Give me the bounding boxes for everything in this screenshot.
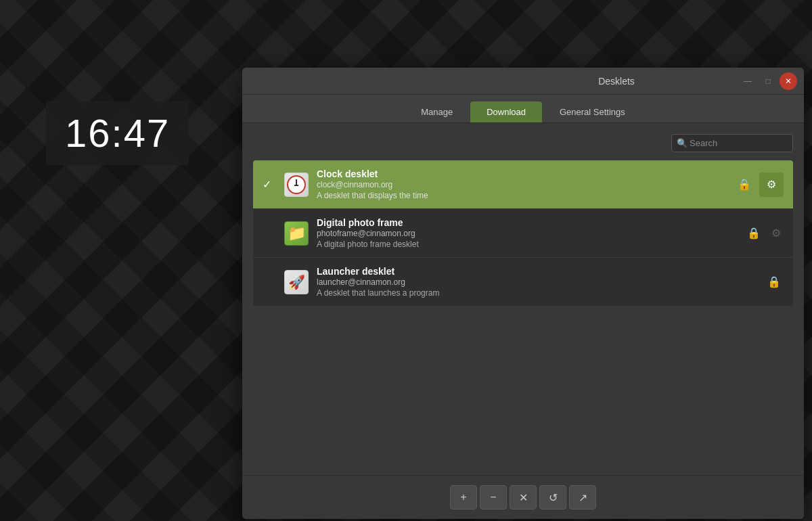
desklet-desc-photo: A digital photo frame desklet xyxy=(317,240,736,249)
search-wrapper: 🔍 xyxy=(671,134,793,152)
more-button[interactable]: ↗ xyxy=(569,485,596,509)
lock-icon-launcher: 🔒 xyxy=(765,273,784,291)
desklet-checkmark-clock: ✓ xyxy=(263,178,276,191)
clock-time: 16:47 xyxy=(65,114,170,153)
desklet-email-photo: photoframe@cinnamon.org xyxy=(317,229,736,238)
tab-bar: Manage Download General Settings xyxy=(242,95,804,123)
settings-button-clock[interactable]: ⚙ xyxy=(759,173,784,197)
remove-icon: − xyxy=(490,491,496,503)
clear-icon: ✕ xyxy=(519,491,528,504)
more-icon: ↗ xyxy=(579,491,587,504)
tab-manage[interactable]: Manage xyxy=(405,101,469,122)
desklet-email-launcher: launcher@cinnamon.org xyxy=(317,277,757,287)
desklet-icon-launcher: 🚀 xyxy=(284,270,309,294)
settings-icon-photo: ⚙ xyxy=(769,224,784,242)
clear-button[interactable]: ✕ xyxy=(510,485,537,509)
tab-download[interactable]: Download xyxy=(470,101,542,122)
clock-face-icon xyxy=(287,175,306,194)
search-input[interactable] xyxy=(671,134,793,152)
add-button[interactable]: + xyxy=(450,485,477,509)
desklet-name-clock: Clock desklet xyxy=(317,168,727,179)
folder-icon: 📁 xyxy=(288,225,306,242)
search-bar: 🔍 xyxy=(253,134,793,152)
window-title: Desklets xyxy=(494,76,739,87)
desklet-desc-launcher: A desklet that launches a program xyxy=(317,288,757,298)
desklet-item-photo[interactable]: 📁 Digital photo frame photoframe@cinnamo… xyxy=(253,209,793,258)
desklets-window: Desklets — □ ✕ Manage Download General S… xyxy=(242,68,804,519)
undo-icon: ↺ xyxy=(549,491,558,504)
desklet-item-launcher[interactable]: 🚀 Launcher desklet launcher@cinnamon.org… xyxy=(253,258,793,306)
desklet-actions-photo: 🔒 ⚙ xyxy=(744,224,784,242)
desklet-info-clock: Clock desklet clock@cinnamon.org A deskl… xyxy=(317,168,727,200)
remove-button[interactable]: − xyxy=(480,485,507,509)
close-button[interactable]: ✕ xyxy=(780,72,797,90)
desklet-icon-clock xyxy=(284,173,309,197)
desklet-desc-clock: A desklet that displays the time xyxy=(317,191,727,200)
content-area: 🔍 ✓ Clock desklet clock@cinnamon.org A d… xyxy=(242,123,804,475)
desklet-actions-clock: 🔒 ⚙ xyxy=(735,173,784,197)
titlebar: Desklets — □ ✕ xyxy=(242,68,804,95)
desklet-actions-launcher: 🔒 xyxy=(765,273,784,291)
desklet-icon-photo: 📁 xyxy=(284,221,309,246)
desklet-name-photo: Digital photo frame xyxy=(317,217,736,228)
bottom-toolbar: + − ✕ ↺ ↗ xyxy=(242,475,804,519)
launcher-icon: 🚀 xyxy=(288,274,305,290)
maximize-button[interactable]: □ xyxy=(759,72,777,90)
maximize-icon: □ xyxy=(765,76,770,86)
tab-general-settings[interactable]: General Settings xyxy=(543,101,641,122)
desklet-info-photo: Digital photo frame photoframe@cinnamon.… xyxy=(317,217,736,249)
desklet-name-launcher: Launcher desklet xyxy=(317,266,757,277)
close-icon: ✕ xyxy=(785,76,792,86)
lock-icon-photo: 🔒 xyxy=(744,224,763,242)
minimize-button[interactable]: — xyxy=(739,72,757,90)
titlebar-controls: — □ ✕ xyxy=(739,72,797,90)
undo-button[interactable]: ↺ xyxy=(539,485,566,509)
desklet-list: ✓ Clock desklet clock@cinnamon.org A des… xyxy=(253,160,793,306)
minimize-icon: — xyxy=(744,76,752,86)
desklet-info-launcher: Launcher desklet launcher@cinnamon.org A… xyxy=(317,266,757,298)
desklet-email-clock: clock@cinnamon.org xyxy=(317,180,727,189)
lock-icon-clock: 🔒 xyxy=(735,175,754,194)
search-icon: 🔍 xyxy=(677,138,687,148)
desklet-item-clock[interactable]: ✓ Clock desklet clock@cinnamon.org A des… xyxy=(253,160,793,209)
add-icon: + xyxy=(460,491,466,503)
clock-widget: 16:47 xyxy=(46,101,189,165)
